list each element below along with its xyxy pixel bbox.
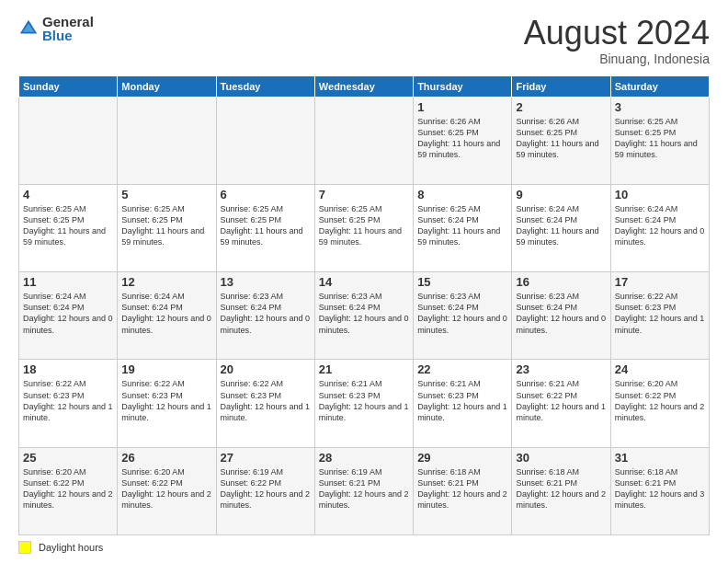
day-info: Sunrise: 6:24 AM Sunset: 6:24 PM Dayligh… <box>23 291 113 336</box>
day-info: Sunrise: 6:18 AM Sunset: 6:21 PM Dayligh… <box>417 466 507 511</box>
calendar-cell: 25Sunrise: 6:20 AM Sunset: 6:22 PM Dayli… <box>19 447 118 534</box>
calendar-cell: 20Sunrise: 6:22 AM Sunset: 6:23 PM Dayli… <box>216 360 314 447</box>
day-info: Sunrise: 6:25 AM Sunset: 6:25 PM Dayligh… <box>221 203 311 248</box>
page: General Blue August 2024 Binuang, Indone… <box>0 0 728 563</box>
day-info: Sunrise: 6:20 AM Sunset: 6:22 PM Dayligh… <box>615 378 705 423</box>
calendar-cell: 28Sunrise: 6:19 AM Sunset: 6:21 PM Dayli… <box>314 447 413 534</box>
calendar-week-1: 1Sunrise: 6:26 AM Sunset: 6:25 PM Daylig… <box>19 97 710 184</box>
location: Binuang, Indonesia <box>524 52 710 66</box>
day-number: 8 <box>417 188 507 201</box>
legend-box <box>18 541 31 554</box>
day-info: Sunrise: 6:22 AM Sunset: 6:23 PM Dayligh… <box>221 378 311 423</box>
calendar-header: SundayMondayTuesdayWednesdayThursdayFrid… <box>19 75 710 97</box>
day-number: 11 <box>23 275 113 289</box>
day-info: Sunrise: 6:24 AM Sunset: 6:24 PM Dayligh… <box>615 203 705 248</box>
day-info: Sunrise: 6:18 AM Sunset: 6:21 PM Dayligh… <box>615 466 705 511</box>
day-number: 27 <box>221 451 311 465</box>
day-info: Sunrise: 6:26 AM Sunset: 6:25 PM Dayligh… <box>516 116 606 161</box>
logo-blue: Blue <box>42 29 94 42</box>
calendar-cell: 10Sunrise: 6:24 AM Sunset: 6:24 PM Dayli… <box>610 184 709 271</box>
weekday-row: SundayMondayTuesdayWednesdayThursdayFrid… <box>19 75 710 97</box>
legend-text: Daylight hours <box>39 542 103 553</box>
calendar-cell: 27Sunrise: 6:19 AM Sunset: 6:22 PM Dayli… <box>216 447 314 534</box>
day-number: 18 <box>23 362 113 376</box>
day-info: Sunrise: 6:25 AM Sunset: 6:24 PM Dayligh… <box>417 203 507 248</box>
day-number: 30 <box>516 451 606 465</box>
weekday-header-sunday: Sunday <box>19 75 118 97</box>
day-number: 24 <box>615 362 705 376</box>
calendar-week-4: 18Sunrise: 6:22 AM Sunset: 6:23 PM Dayli… <box>19 360 710 447</box>
calendar-cell: 30Sunrise: 6:18 AM Sunset: 6:21 PM Dayli… <box>512 447 610 534</box>
day-number: 2 <box>516 100 606 114</box>
day-info: Sunrise: 6:21 AM Sunset: 6:23 PM Dayligh… <box>417 378 507 423</box>
calendar-cell <box>216 97 314 184</box>
day-number: 28 <box>319 451 409 465</box>
day-info: Sunrise: 6:22 AM Sunset: 6:23 PM Dayligh… <box>615 291 705 336</box>
day-number: 17 <box>615 275 705 289</box>
calendar-cell: 17Sunrise: 6:22 AM Sunset: 6:23 PM Dayli… <box>610 272 709 360</box>
calendar-cell: 7Sunrise: 6:25 AM Sunset: 6:25 PM Daylig… <box>314 184 413 271</box>
day-info: Sunrise: 6:26 AM Sunset: 6:25 PM Dayligh… <box>417 116 507 161</box>
calendar-cell <box>19 97 118 184</box>
calendar-week-3: 11Sunrise: 6:24 AM Sunset: 6:24 PM Dayli… <box>19 272 710 360</box>
calendar-table: SundayMondayTuesdayWednesdayThursdayFrid… <box>18 75 710 535</box>
day-number: 31 <box>615 451 705 465</box>
day-number: 4 <box>23 188 113 201</box>
weekday-header-thursday: Thursday <box>414 75 512 97</box>
calendar-cell: 14Sunrise: 6:23 AM Sunset: 6:24 PM Dayli… <box>314 272 413 360</box>
day-info: Sunrise: 6:23 AM Sunset: 6:24 PM Dayligh… <box>319 291 409 336</box>
calendar-cell: 22Sunrise: 6:21 AM Sunset: 6:23 PM Dayli… <box>414 360 512 447</box>
day-info: Sunrise: 6:23 AM Sunset: 6:24 PM Dayligh… <box>417 291 507 336</box>
day-info: Sunrise: 6:21 AM Sunset: 6:22 PM Dayligh… <box>516 378 606 423</box>
day-number: 14 <box>319 275 409 289</box>
day-info: Sunrise: 6:25 AM Sunset: 6:25 PM Dayligh… <box>615 116 705 161</box>
day-info: Sunrise: 6:23 AM Sunset: 6:24 PM Dayligh… <box>516 291 606 336</box>
day-number: 16 <box>516 275 606 289</box>
calendar-cell: 6Sunrise: 6:25 AM Sunset: 6:25 PM Daylig… <box>216 184 314 271</box>
day-info: Sunrise: 6:23 AM Sunset: 6:24 PM Dayligh… <box>221 291 311 336</box>
calendar-week-5: 25Sunrise: 6:20 AM Sunset: 6:22 PM Dayli… <box>19 447 710 534</box>
day-number: 19 <box>121 362 211 376</box>
calendar-cell: 19Sunrise: 6:22 AM Sunset: 6:23 PM Dayli… <box>118 360 216 447</box>
calendar-cell: 23Sunrise: 6:21 AM Sunset: 6:22 PM Dayli… <box>512 360 610 447</box>
calendar-cell: 13Sunrise: 6:23 AM Sunset: 6:24 PM Dayli… <box>216 272 314 360</box>
calendar-cell: 5Sunrise: 6:25 AM Sunset: 6:25 PM Daylig… <box>118 184 216 271</box>
header: General Blue August 2024 Binuang, Indone… <box>18 15 710 66</box>
day-number: 13 <box>221 275 311 289</box>
calendar-cell: 3Sunrise: 6:25 AM Sunset: 6:25 PM Daylig… <box>610 97 709 184</box>
calendar-cell: 1Sunrise: 6:26 AM Sunset: 6:25 PM Daylig… <box>414 97 512 184</box>
day-number: 26 <box>121 451 211 465</box>
day-info: Sunrise: 6:20 AM Sunset: 6:22 PM Dayligh… <box>23 466 113 511</box>
weekday-header-friday: Friday <box>512 75 610 97</box>
day-info: Sunrise: 6:21 AM Sunset: 6:23 PM Dayligh… <box>319 378 409 423</box>
calendar-cell: 29Sunrise: 6:18 AM Sunset: 6:21 PM Dayli… <box>414 447 512 534</box>
day-number: 12 <box>121 275 211 289</box>
month-title: August 2024 <box>524 15 710 52</box>
logo: General Blue <box>18 15 94 42</box>
calendar-cell: 12Sunrise: 6:24 AM Sunset: 6:24 PM Dayli… <box>118 272 216 360</box>
footer: Daylight hours <box>18 541 710 554</box>
day-number: 25 <box>23 451 113 465</box>
day-number: 23 <box>516 362 606 376</box>
day-info: Sunrise: 6:25 AM Sunset: 6:25 PM Dayligh… <box>319 203 409 248</box>
calendar-cell: 16Sunrise: 6:23 AM Sunset: 6:24 PM Dayli… <box>512 272 610 360</box>
logo-general: General <box>42 15 94 29</box>
day-number: 29 <box>417 451 507 465</box>
calendar-cell: 8Sunrise: 6:25 AM Sunset: 6:24 PM Daylig… <box>414 184 512 271</box>
day-info: Sunrise: 6:19 AM Sunset: 6:21 PM Dayligh… <box>319 466 409 511</box>
day-info: Sunrise: 6:18 AM Sunset: 6:21 PM Dayligh… <box>516 466 606 511</box>
calendar-cell: 11Sunrise: 6:24 AM Sunset: 6:24 PM Dayli… <box>19 272 118 360</box>
day-number: 21 <box>319 362 409 376</box>
weekday-header-monday: Monday <box>118 75 216 97</box>
logo-text: General Blue <box>42 15 94 42</box>
logo-icon <box>18 18 39 39</box>
day-info: Sunrise: 6:22 AM Sunset: 6:23 PM Dayligh… <box>121 378 211 423</box>
day-number: 15 <box>417 275 507 289</box>
calendar-cell <box>118 97 216 184</box>
day-info: Sunrise: 6:25 AM Sunset: 6:25 PM Dayligh… <box>121 203 211 248</box>
calendar-cell: 18Sunrise: 6:22 AM Sunset: 6:23 PM Dayli… <box>19 360 118 447</box>
calendar-week-2: 4Sunrise: 6:25 AM Sunset: 6:25 PM Daylig… <box>19 184 710 271</box>
day-number: 9 <box>516 188 606 201</box>
day-info: Sunrise: 6:25 AM Sunset: 6:25 PM Dayligh… <box>23 203 113 248</box>
day-number: 3 <box>615 100 705 114</box>
